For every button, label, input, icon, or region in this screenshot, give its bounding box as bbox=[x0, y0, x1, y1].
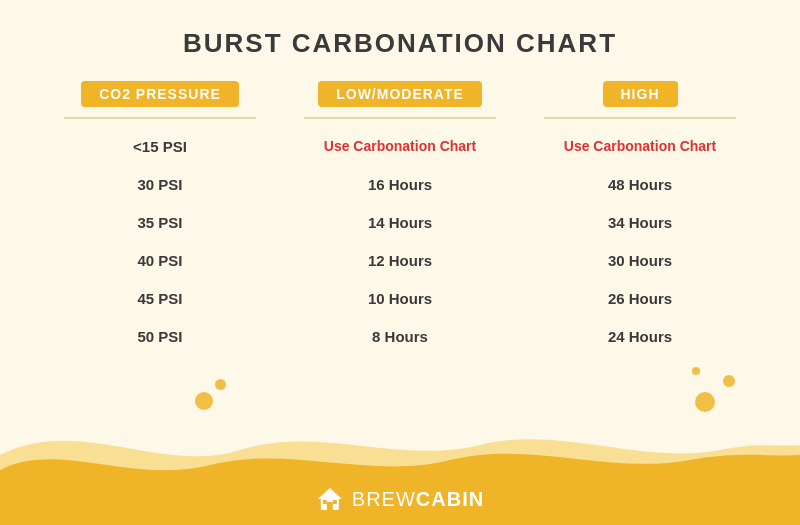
chart-container: BURST CARBONATION CHART CO2 Pressure <15… bbox=[0, 0, 800, 525]
col1-row-1: 30 PSI bbox=[40, 165, 280, 203]
brew-cabin-icon bbox=[316, 485, 344, 513]
col1-row-2: 35 PSI bbox=[40, 203, 280, 241]
svg-rect-3 bbox=[323, 500, 327, 504]
col3-row-0: Use Carbonation Chart bbox=[520, 127, 760, 165]
col1-row-0: <15 PSI bbox=[40, 127, 280, 165]
col2-row-4: 10 Hours bbox=[280, 279, 520, 317]
col1-divider bbox=[64, 117, 256, 119]
bubble-4 bbox=[723, 375, 735, 387]
columns-wrapper: CO2 Pressure <15 PSI 30 PSI 35 PSI 40 PS… bbox=[0, 81, 800, 355]
col1-row-5: 50 PSI bbox=[40, 317, 280, 355]
column-high: HIGH Use Carbonation Chart 48 Hours 34 H… bbox=[520, 81, 760, 355]
col2-header: LOW/MODERATE bbox=[318, 81, 482, 107]
col3-row-1: 48 Hours bbox=[520, 165, 760, 203]
bubble-2 bbox=[215, 379, 226, 390]
col3-row-4: 26 Hours bbox=[520, 279, 760, 317]
column-co2: CO2 Pressure <15 PSI 30 PSI 35 PSI 40 PS… bbox=[40, 81, 280, 355]
col1-header: CO2 Pressure bbox=[81, 81, 239, 107]
col3-row-5: 24 Hours bbox=[520, 317, 760, 355]
bubble-5 bbox=[692, 367, 700, 375]
col2-row-3: 12 Hours bbox=[280, 241, 520, 279]
col2-divider bbox=[304, 117, 496, 119]
footer-brand: BREWCABIN bbox=[352, 488, 484, 511]
col3-row-2: 34 Hours bbox=[520, 203, 760, 241]
chart-title: BURST CARBONATION CHART bbox=[183, 28, 617, 59]
footer: BREWCABIN bbox=[316, 485, 484, 513]
col1-row-3: 40 PSI bbox=[40, 241, 280, 279]
footer-cabin: CABIN bbox=[416, 488, 484, 510]
col2-row-5: 8 Hours bbox=[280, 317, 520, 355]
col2-row-1: 16 Hours bbox=[280, 165, 520, 203]
col3-row-3: 30 Hours bbox=[520, 241, 760, 279]
col2-row-2: 14 Hours bbox=[280, 203, 520, 241]
col3-header: HIGH bbox=[603, 81, 678, 107]
col2-row-0: Use Carbonation Chart bbox=[280, 127, 520, 165]
col3-divider bbox=[544, 117, 736, 119]
svg-rect-4 bbox=[333, 500, 337, 504]
column-low-moderate: LOW/MODERATE Use Carbonation Chart 16 Ho… bbox=[280, 81, 520, 355]
svg-rect-2 bbox=[327, 502, 333, 510]
svg-marker-1 bbox=[318, 488, 342, 499]
footer-brew: BREW bbox=[352, 488, 416, 510]
col1-row-4: 45 PSI bbox=[40, 279, 280, 317]
